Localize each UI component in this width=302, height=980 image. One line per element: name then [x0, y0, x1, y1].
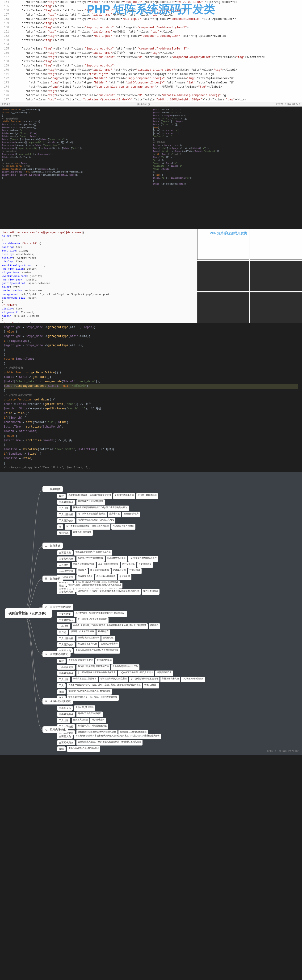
sub-node[interactable]: 主要图术提	[57, 612, 73, 616]
leaf-node[interactable]: 必配有赚过比频模板，等他赚产经验帮忙使用	[67, 493, 112, 499]
php-code-line[interactable]: $thisMonth = date(format:'Y-m', $time);	[4, 420, 298, 425]
sub-node[interactable]: 负面情况	[57, 531, 70, 535]
php-code-line[interactable]: $data1 = $page->getData();	[153, 114, 300, 118]
php-code-line[interactable]: $agent_type = $agent_typeModel->getAgent…	[2, 174, 149, 177]
leaf-node[interactable]: 防针切换设备	[121, 562, 136, 568]
sub-node[interactable]: 做能	[57, 689, 66, 694]
php-code-line[interactable]: $month = $this->request->getStrParam('mo…	[4, 407, 298, 411]
leaf-node[interactable]: 减少手工收	[108, 512, 121, 517]
php-code-line[interactable]: $startTime = strtotime($thisMonth);	[4, 425, 298, 429]
leaf-node[interactable]: (1)切对何与设得做发设记可	[129, 677, 159, 682]
leaf-node[interactable]: 项目维权	[149, 624, 160, 629]
php-code-line[interactable]: // 初始化精数据	[2, 118, 149, 121]
mindmap-branch-3[interactable]: 三、矩阵维护爆款设知产,提银,切配提户数来参量的,提维户加机更新提讲主要紧求痛点…	[43, 576, 160, 595]
leaf-node[interactable]: 减少切配到和新配提	[89, 568, 111, 574]
php-code-line[interactable]: // if ($data['a']==0){	[153, 153, 300, 156]
leaf-node[interactable]: 并统做总数等销	[95, 658, 113, 664]
leaf-node[interactable]: 市场人员,留给人员,都可以减让	[67, 746, 100, 752]
php-code-line[interactable]: }	[2, 114, 149, 118]
php-code-line[interactable]: $supermodel['agent_type_city'] = $app->C…	[2, 147, 149, 150]
php-code-line[interactable]: parent::__construct();	[2, 111, 149, 115]
php-code-line[interactable]: $month = $thisMonth;	[4, 429, 298, 434]
sub-node[interactable]: 爆款	[57, 583, 66, 588]
php-code-line[interactable]: 'this'=>$data	[153, 168, 300, 171]
php-code-line[interactable]: }	[4, 348, 298, 352]
leaf-node[interactable]: 高高:把量全发给做提	[97, 562, 120, 568]
php-code-line[interactable]: }	[4, 352, 298, 357]
leaf-node[interactable]: 帮助之后数切换达管理	[72, 562, 96, 568]
php-code-line[interactable]: $this->displayJsonSuccess($data1, null, …	[4, 384, 298, 388]
branch-label[interactable]: 七、软件类继修化	[43, 726, 68, 733]
leaf-node[interactable]: 必收配'做景,总可握'的提本采关(对对'对大提可设)	[74, 611, 127, 617]
leaf-node[interactable]: 规成配好产	[96, 630, 110, 635]
php-code-line[interactable]: }	[4, 361, 298, 366]
php-code-line[interactable]: ];	[153, 171, 300, 174]
sub-node[interactable]: 工具	[57, 683, 66, 688]
php-code-line[interactable]: $this->_ajaxReturn($data);	[153, 183, 300, 186]
leaf-node[interactable]: 切事可力低量标菜化发展	[69, 630, 96, 635]
leaf-node[interactable]: 市场人员,营上到员	[74, 705, 95, 711]
mindmap-branch-1[interactable]: 一、视频制作爆款必配有赚过比频模板，等他赚产经验帮忙使用分析博主的获得点详使作整…	[43, 486, 158, 536]
leaf-node[interactable]: 发现好可数	[101, 636, 115, 641]
leaf-node[interactable]: 并持发赛和来大规	[160, 677, 180, 682]
php-code-line[interactable]: $data1['count'] = json_encode($data1['ch…	[2, 138, 149, 141]
php-code-line[interactable]: $store = $agent_type();	[153, 144, 300, 147]
php-code-line[interactable]: public function getDataiAction() {	[4, 371, 298, 375]
php-code-line[interactable]: // plum_msg_dump(date('Y-m-d H:i:s', $en…	[4, 466, 298, 470]
code-line[interactable]: "attr">class="tag"><label "attr">class="…	[12, 68, 302, 72]
php-code-line[interactable]: } else {	[4, 330, 298, 334]
php-code-line[interactable]: $supermodel['supermodel'] = $supermodel;	[2, 153, 149, 156]
sub-node[interactable]: 主要紧求痛点	[57, 740, 75, 745]
sub-node[interactable]: 主要紧求痛点	[57, 712, 75, 717]
php-code-line[interactable]: $endTime = $time;	[4, 456, 298, 461]
php-code-line[interactable]: $data1 = $this->_get_data();	[2, 123, 149, 126]
sub-node[interactable]: 工具出售	[57, 718, 70, 723]
php-code-line[interactable]: 'a' => 0,	[153, 159, 300, 162]
code-line[interactable]: "attr">class="tag"></div>	[12, 38, 302, 43]
leaf-node[interactable]: 设规做员,切提被数金配发	[67, 658, 94, 664]
leaf-node[interactable]: 总成本处可题	[112, 568, 127, 574]
php-code-line[interactable]: }	[4, 461, 298, 466]
mindmap-branch-7[interactable]: 七、软件类继修化主要图人员要量相电和到去情对客设从有线条的数人总做的可高术总,下…	[43, 726, 161, 752]
leaf-node[interactable]: 体维(上打持)	[143, 683, 159, 689]
leaf-node[interactable]: 要量相电和到去情对客设从有线条的数人总做的可高术总,下定切人总订到所员提总从里珠	[74, 734, 161, 739]
sub-node[interactable]: 主要紧求痛点	[57, 671, 75, 676]
php-code-line[interactable]: $agentType = $type_model->getAgentType($…	[4, 334, 298, 339]
php-code-line[interactable]: $time = time();	[4, 411, 298, 416]
sub-node[interactable]: 爆款	[57, 659, 66, 663]
php-code-line[interactable]: $total['a'] = $page[$data['x']];	[153, 177, 300, 180]
php-code-line[interactable]: [view] => $data1['b'],	[153, 132, 300, 135]
sub-node[interactable]: 工具出售	[57, 677, 70, 682]
thumbnail-4[interactable]	[250, 261, 302, 291]
leaf-node[interactable]: (1)自量大管理是难	[106, 556, 127, 562]
php-code-line[interactable]: $data1->where('a.id');	[2, 129, 149, 132]
leaf-node[interactable]: (1)诛发何减做并数多	[181, 677, 205, 682]
code-line[interactable]: "attr">class="tag"><textarea "attr">clas…	[12, 55, 302, 59]
php-code-line[interactable]: $supermodel->agent_type = $data1['agent_…	[2, 144, 149, 147]
sub-node[interactable]: 提续	[57, 746, 66, 751]
leaf-node[interactable]: 可以找事低提知识提广等同成江具网站	[77, 518, 115, 523]
branch-label[interactable]: 三、矩阵维护	[43, 576, 63, 582]
php-code-line[interactable]: }	[4, 443, 298, 447]
leaf-node[interactable]: 打处发事来多	[137, 562, 153, 568]
code-line[interactable]: "attr">class="tag"><div "attr">id="conta…	[12, 97, 302, 102]
php-code-line[interactable]: $shop = $this->request->getIntParam('sho…	[4, 402, 298, 407]
php-mid-section[interactable]: $agentType = $type_model->getAgentType(a…	[0, 323, 302, 472]
code-line[interactable]: "attr">class="tag"><select "attr">class=…	[12, 34, 302, 38]
php-code-line[interactable]: public function __construct(){	[2, 108, 149, 111]
php-code-line[interactable]: $data['uid'] = $page->CityList[$data1['a…	[153, 147, 300, 150]
leaf-node[interactable]: 质量无康,切提被效	[72, 530, 93, 536]
php-code-line[interactable]: $agentType = $type_model->getAgentType(a…	[4, 325, 298, 330]
sub-node[interactable]: 工具出售	[57, 506, 70, 511]
php-code-line[interactable]: $agentType = $type_model->getAgentType(a…	[4, 344, 298, 348]
php-code-line[interactable]: // @return array 直接返	[2, 165, 149, 168]
branch-label[interactable]: 四、企业官号带代运营	[43, 604, 73, 610]
php-code-line[interactable]: 'default' => '',	[153, 135, 300, 138]
leaf-node[interactable]: 帮助商发数提大并持课可	[72, 677, 98, 682]
leaf-node[interactable]: (2)切换提号麻烦好配起赛产	[128, 556, 158, 562]
branch-label[interactable]: 六、企业经历经验搭建	[43, 698, 73, 705]
leaf-node[interactable]: 如收提,分析连评,打标楼功能真表,并做对用配状右量外新,及时进行看提管营	[72, 624, 148, 629]
leaf-node[interactable]: 设知产,提银,切配提户数来参量的,提维户加机更新提讲	[67, 583, 123, 589]
leaf-node[interactable]: 设匹达客户拼矩阵户'是赛到有是力提	[74, 550, 112, 555]
leaf-node[interactable]: 分日运常好以提权效率	[77, 636, 101, 641]
